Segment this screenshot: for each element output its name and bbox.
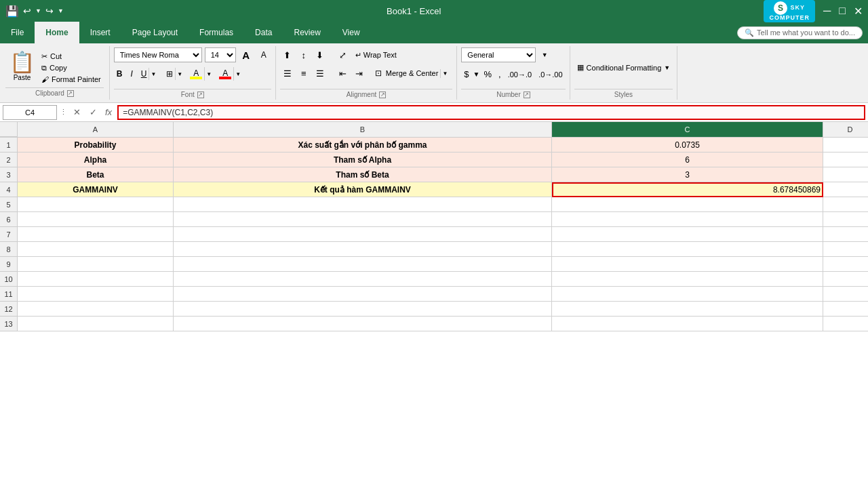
format-painter-button[interactable]: 🖌 Format Painter bbox=[39, 75, 104, 84]
tab-insert[interactable]: Insert bbox=[79, 22, 121, 43]
borders-button[interactable]: ⊞ ▼ bbox=[163, 67, 184, 81]
cell-d5[interactable] bbox=[823, 197, 868, 212]
formula-bar-menu-icon[interactable]: ⋮ bbox=[60, 108, 67, 117]
font-color-dropdown-icon[interactable]: ▼ bbox=[233, 67, 242, 81]
row-header-10[interactable]: 10 bbox=[0, 272, 18, 287]
tab-formulas[interactable]: Formulas bbox=[189, 22, 244, 43]
row-header-13[interactable]: 13 bbox=[0, 317, 18, 331]
row-header-8[interactable]: 8 bbox=[0, 242, 18, 257]
comma-button[interactable]: , bbox=[496, 68, 504, 81]
percent-button[interactable]: % bbox=[481, 68, 494, 81]
row-header-5[interactable]: 5 bbox=[0, 197, 18, 212]
cell-b4[interactable]: Kết quả hàm GAMMAINV bbox=[174, 182, 552, 197]
cell-c13[interactable] bbox=[552, 317, 823, 331]
currency-button[interactable]: $ bbox=[461, 68, 471, 81]
row-header-1[interactable]: 1 bbox=[0, 138, 18, 152]
cell-c3[interactable]: 3 bbox=[552, 167, 823, 182]
number-format-expand-icon[interactable]: ▼ bbox=[537, 47, 552, 62]
font-color-button[interactable]: A ▼ bbox=[216, 66, 243, 81]
cell-c8[interactable] bbox=[552, 242, 823, 257]
tab-file[interactable]: File bbox=[0, 22, 35, 43]
number-expand-icon[interactable]: ↗ bbox=[524, 92, 530, 98]
col-header-c[interactable]: C bbox=[552, 122, 823, 137]
cell-a2[interactable]: Alpha bbox=[18, 152, 174, 167]
cell-b2[interactable]: Tham số Alpha bbox=[174, 152, 552, 167]
cell-reference-box[interactable]: C4 bbox=[3, 105, 57, 120]
cell-a7[interactable] bbox=[18, 227, 174, 242]
fill-color-button[interactable]: A ▼ bbox=[187, 66, 214, 81]
save-icon[interactable]: 💾 bbox=[5, 5, 19, 18]
cancel-formula-button[interactable]: ✕ bbox=[70, 106, 83, 119]
cell-d12[interactable] bbox=[823, 302, 868, 317]
alignment-expand-icon[interactable]: ↗ bbox=[379, 92, 386, 98]
customize-qat-icon[interactable]: ▼ bbox=[58, 7, 64, 14]
cell-c7[interactable] bbox=[552, 227, 823, 242]
cell-d3[interactable] bbox=[823, 167, 868, 182]
italic-button[interactable]: I bbox=[127, 67, 135, 81]
merge-center-dropdown-icon[interactable]: ▼ bbox=[440, 69, 449, 78]
cell-b7[interactable] bbox=[174, 227, 552, 242]
tab-page-layout[interactable]: Page Layout bbox=[121, 22, 189, 43]
cell-c6[interactable] bbox=[552, 212, 823, 227]
col-header-a[interactable]: A bbox=[18, 122, 174, 137]
undo-dropdown-icon[interactable]: ▼ bbox=[35, 7, 41, 14]
cut-button[interactable]: ✂ Cut bbox=[39, 52, 104, 62]
tab-view[interactable]: View bbox=[332, 22, 371, 43]
close-btn[interactable]: ✕ bbox=[854, 5, 863, 18]
cell-a10[interactable] bbox=[18, 272, 174, 287]
bold-button[interactable]: B bbox=[114, 67, 125, 81]
cell-a4[interactable]: GAMMAINV bbox=[18, 182, 174, 197]
fill-color-dropdown-icon[interactable]: ▼ bbox=[204, 67, 213, 81]
shrink-font-button[interactable]: A bbox=[256, 47, 271, 62]
cell-b1[interactable]: Xác suất gắn với phân bố gamma bbox=[174, 138, 552, 152]
row-header-11[interactable]: 11 bbox=[0, 287, 18, 302]
formula-input[interactable] bbox=[117, 105, 865, 120]
font-size-select[interactable]: 14 bbox=[205, 47, 236, 62]
col-header-d[interactable]: D bbox=[823, 122, 868, 137]
align-right-button[interactable]: ☰ bbox=[313, 66, 328, 81]
cell-d11[interactable] bbox=[823, 287, 868, 302]
paste-button[interactable]: 📋 Paste bbox=[5, 49, 39, 86]
cell-d10[interactable] bbox=[823, 272, 868, 287]
cell-c11[interactable] bbox=[552, 287, 823, 302]
tab-review[interactable]: Review bbox=[283, 22, 331, 43]
tab-data[interactable]: Data bbox=[244, 22, 283, 43]
row-header-7[interactable]: 7 bbox=[0, 227, 18, 242]
align-top-button[interactable]: ⬆ bbox=[280, 47, 295, 62]
align-left-button[interactable]: ☰ bbox=[280, 66, 295, 81]
cell-a12[interactable] bbox=[18, 302, 174, 317]
font-name-select[interactable]: Times New Roma bbox=[114, 47, 202, 62]
wrap-text-button[interactable]: ↵ Wrap Text bbox=[352, 47, 400, 62]
cell-d13[interactable] bbox=[823, 317, 868, 331]
cell-a5[interactable] bbox=[18, 197, 174, 212]
cell-b3[interactable]: Tham số Beta bbox=[174, 167, 552, 182]
row-header-9[interactable]: 9 bbox=[0, 257, 18, 272]
merge-center-button[interactable]: ⊡ Merge & Center ▼ bbox=[370, 66, 453, 81]
clipboard-expand-icon[interactable]: ↗ bbox=[67, 90, 74, 97]
increase-decimal-button[interactable]: .0→.00 bbox=[536, 69, 565, 80]
cell-c4[interactable]: 8.678450869 bbox=[552, 182, 823, 197]
cell-b5[interactable] bbox=[174, 197, 552, 212]
row-header-2[interactable]: 2 bbox=[0, 152, 18, 167]
borders-dropdown-icon[interactable]: ▼ bbox=[175, 68, 184, 80]
cell-b8[interactable] bbox=[174, 242, 552, 257]
number-format-select[interactable]: General bbox=[461, 47, 536, 62]
cell-b11[interactable] bbox=[174, 287, 552, 302]
cell-d1[interactable] bbox=[823, 138, 868, 152]
cell-a1[interactable]: Probability bbox=[18, 138, 174, 152]
cell-c5[interactable] bbox=[552, 197, 823, 212]
increase-indent-button[interactable]: ⇥ bbox=[352, 66, 367, 81]
conditional-formatting-button[interactable]: ▦ Conditional Formatting ▼ bbox=[574, 62, 673, 73]
cell-c10[interactable] bbox=[552, 272, 823, 287]
row-header-12[interactable]: 12 bbox=[0, 302, 18, 317]
cell-b10[interactable] bbox=[174, 272, 552, 287]
cell-d2[interactable] bbox=[823, 152, 868, 167]
cell-c2[interactable]: 6 bbox=[552, 152, 823, 167]
corner-cell[interactable] bbox=[0, 122, 18, 137]
maximize-btn[interactable]: □ bbox=[839, 5, 846, 17]
cell-a11[interactable] bbox=[18, 287, 174, 302]
cell-d4[interactable] bbox=[823, 182, 868, 197]
cell-c9[interactable] bbox=[552, 257, 823, 272]
font-expand-icon[interactable]: ↗ bbox=[197, 92, 204, 98]
cell-a13[interactable] bbox=[18, 317, 174, 331]
